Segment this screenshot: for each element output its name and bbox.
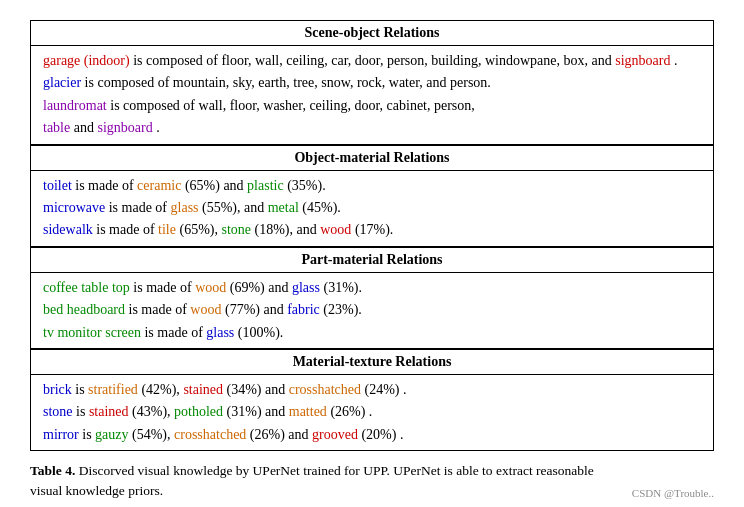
main-table: Scene-object Relations garage (indoor) i… <box>30 20 714 451</box>
mat-potholed: potholed <box>174 404 223 419</box>
obj-stone: stone <box>221 222 251 237</box>
obj-wood: wood <box>320 222 351 237</box>
caption-bold: Table 4. <box>30 463 75 478</box>
mat-stained-2: stained <box>89 404 129 419</box>
part-coffee-table: coffee table top <box>43 280 130 295</box>
scene-object-content: garage (indoor) is composed of floor, wa… <box>31 46 713 145</box>
mat-brick: brick <box>43 382 72 397</box>
caption-text: Table 4. Discorved visual knowledge by U… <box>30 461 622 502</box>
mat-stone: stone <box>43 404 73 419</box>
scene-signboard-2: signboard <box>97 120 152 135</box>
scene-signboard-1: signboard <box>615 53 670 68</box>
part-line-3: tv monitor screen is made of glass (100%… <box>43 325 283 340</box>
part-material-content: coffee table top is made of wood (69%) a… <box>31 273 713 349</box>
obj-line-1: toilet is made of ceramic (65%) and plas… <box>43 178 326 193</box>
section-header-label: Scene-object Relations <box>305 25 440 40</box>
obj-metal: metal <box>268 200 299 215</box>
mat-crosshatched-1: crosshatched <box>289 382 361 397</box>
obj-line-2: microwave is made of glass (55%), and me… <box>43 200 341 215</box>
mat-line-1: brick is stratified (42%), stained (34%)… <box>43 382 407 397</box>
part-glass-1: glass <box>292 280 320 295</box>
mat-line-2: stone is stained (43%), potholed (31%) a… <box>43 404 372 419</box>
caption-body: Discorved visual knowledge by UPerNet tr… <box>30 463 594 498</box>
object-material-content: toilet is made of ceramic (65%) and plas… <box>31 171 713 247</box>
mat-line-3: mirror is gauzy (54%), crosshatched (26%… <box>43 427 403 442</box>
section-header-label-2: Object-material Relations <box>294 150 449 165</box>
scene-object-header: Scene-object Relations <box>31 21 713 46</box>
obj-glass: glass <box>171 200 199 215</box>
part-material-header: Part-material Relations <box>31 247 713 273</box>
scene-laundromat: laundromat <box>43 98 107 113</box>
part-bed-headboard: bed headboard <box>43 302 125 317</box>
part-line-2: bed headboard is made of wood (77%) and … <box>43 302 362 317</box>
scene-table: table <box>43 120 70 135</box>
section-header-label-4: Material-texture Relations <box>293 354 452 369</box>
scene-line-3: laundromat is composed of wall, floor, w… <box>43 98 475 113</box>
scene-line-1: garage (indoor) is composed of floor, wa… <box>43 53 677 68</box>
mat-stained-1: stained <box>183 382 223 397</box>
obj-plastic: plastic <box>247 178 284 193</box>
part-line-1: coffee table top is made of wood (69%) a… <box>43 280 362 295</box>
part-fabric: fabric <box>287 302 320 317</box>
part-glass-2: glass <box>206 325 234 340</box>
caption-source: CSDN @Trouble.. <box>632 485 714 502</box>
obj-sidewalk: sidewalk <box>43 222 93 237</box>
material-texture-content: brick is stratified (42%), stained (34%)… <box>31 375 713 450</box>
obj-line-3: sidewalk is made of tile (65%), stone (1… <box>43 222 393 237</box>
scene-glacier: glacier <box>43 75 81 90</box>
table-caption: Table 4. Discorved visual knowledge by U… <box>30 461 714 502</box>
mat-grooved: grooved <box>312 427 358 442</box>
scene-line-4: table and signboard . <box>43 120 160 135</box>
obj-microwave: microwave <box>43 200 105 215</box>
part-tv-monitor: tv monitor screen <box>43 325 141 340</box>
scene-garage: garage (indoor) <box>43 53 130 68</box>
mat-gauzy: gauzy <box>95 427 128 442</box>
object-material-header: Object-material Relations <box>31 145 713 171</box>
scene-line-2: glacier is composed of mountain, sky, ea… <box>43 75 491 90</box>
section-header-label-3: Part-material Relations <box>301 252 442 267</box>
part-wood-1: wood <box>195 280 226 295</box>
mat-matted: matted <box>289 404 327 419</box>
mat-mirror: mirror <box>43 427 79 442</box>
obj-ceramic: ceramic <box>137 178 181 193</box>
obj-toilet: toilet <box>43 178 72 193</box>
part-wood-2: wood <box>190 302 221 317</box>
material-texture-header: Material-texture Relations <box>31 349 713 375</box>
mat-stratified: stratified <box>88 382 138 397</box>
mat-crosshatched-2: crosshatched <box>174 427 246 442</box>
obj-tile: tile <box>158 222 176 237</box>
